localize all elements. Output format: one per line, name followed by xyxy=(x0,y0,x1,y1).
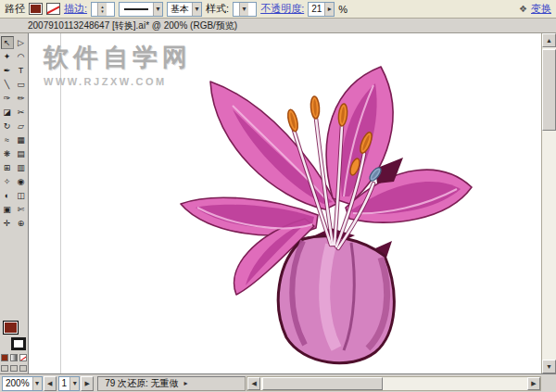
stroke-panel-link[interactable]: 描边: xyxy=(64,2,87,16)
dropdown-icon[interactable]: ▾ xyxy=(32,377,42,390)
brush-definition-value: 基本 xyxy=(171,3,189,16)
resize-grip xyxy=(542,374,556,392)
screen-mode-row xyxy=(0,363,28,373)
dropdown-icon[interactable]: ▾ xyxy=(70,377,79,390)
artboard-combo[interactable]: 1 ▾ xyxy=(58,376,81,391)
gradient-fill-button[interactable] xyxy=(10,354,18,361)
control-bar: 路径 描边: ▴▾ ▾ 基本 ▾ 样式: ▾ 不透明度: 21 ▸ % ❖ 变换 xyxy=(0,0,556,19)
scissors-tool-icon[interactable]: ✂ xyxy=(15,106,28,119)
hand-tool-icon[interactable]: ✛ xyxy=(1,217,14,230)
free-transform-tool-icon[interactable]: ▦ xyxy=(15,133,28,146)
fill-color-swatch[interactable] xyxy=(29,3,43,15)
style-combo[interactable]: ▾ xyxy=(233,2,257,17)
opacity-link[interactable]: 不透明度: xyxy=(260,2,304,16)
normal-screen-mode-button[interactable] xyxy=(1,365,8,372)
pen-tool-icon[interactable]: ✒ xyxy=(1,64,14,77)
full-screen-mode-button[interactable] xyxy=(19,365,27,372)
canvas[interactable]: 软件自学网 WWW.RJZXW.COM xyxy=(29,33,541,373)
status-menu-icon[interactable]: ▸ xyxy=(184,379,188,387)
color-fill-button[interactable] xyxy=(1,354,8,361)
fill-type-row xyxy=(0,352,28,363)
scroll-left-icon[interactable]: ◀ xyxy=(247,377,260,390)
submenu-icon[interactable]: ▸ xyxy=(324,3,334,16)
recolor-artwork-icon[interactable]: ❖ xyxy=(519,4,527,14)
zoom-combo[interactable]: 200% ▾ xyxy=(2,376,43,391)
vertical-scrollbar[interactable]: ▲ ▼ xyxy=(541,33,556,373)
dropdown-icon[interactable]: ▾ xyxy=(239,3,248,16)
stroke-weight-combo[interactable]: ▴▾ xyxy=(91,2,115,17)
status-indicator[interactable]: 79 次还原: 无重做 ▸ xyxy=(97,376,246,391)
dropdown-icon[interactable]: ▾ xyxy=(153,3,162,16)
document-title: 2007910113248647 [转换].ai* @ 200% (RGB/预览… xyxy=(28,19,237,32)
live-paint-selection-tool-icon[interactable]: ◫ xyxy=(15,189,28,202)
toolbox-color-swatches xyxy=(0,319,28,352)
zoom-value: 200% xyxy=(6,378,30,388)
pencil-tool-icon[interactable]: ✏ xyxy=(15,92,28,105)
scroll-right-icon[interactable]: ▶ xyxy=(527,377,540,390)
next-artboard-icon[interactable]: ▶ xyxy=(81,376,94,391)
scroll-down-icon[interactable]: ▼ xyxy=(542,360,556,373)
graph-tool-icon[interactable]: ▤ xyxy=(15,147,28,160)
type-tool-icon[interactable]: T xyxy=(15,64,28,77)
style-label: 样式: xyxy=(206,2,229,16)
width-tool-icon[interactable]: ≈ xyxy=(1,133,14,146)
stroke-profile-combo[interactable]: ▾ xyxy=(119,2,163,17)
dropdown-icon[interactable]: ▾ xyxy=(192,3,201,16)
transform-link[interactable]: 变换 xyxy=(531,2,551,16)
prev-artboard-icon[interactable]: ◀ xyxy=(44,376,57,391)
eraser-tool-icon[interactable]: ◪ xyxy=(1,106,14,119)
toolbox-stroke-swatch[interactable] xyxy=(11,337,26,350)
stroke-color-swatch[interactable] xyxy=(46,3,60,15)
rotate-tool-icon[interactable]: ↻ xyxy=(1,120,14,133)
horizontal-scrollbar[interactable]: ◀ ▶ xyxy=(246,376,541,391)
none-fill-button[interactable] xyxy=(19,354,27,361)
line-tool-icon[interactable]: ╲ xyxy=(1,78,14,91)
rectangle-tool-icon[interactable]: ▭ xyxy=(15,78,28,91)
artboard-number: 1 xyxy=(62,378,68,388)
stroke-profile-preview xyxy=(124,8,148,10)
toolbox-fill-swatch[interactable] xyxy=(3,321,19,335)
path-label: 路径 xyxy=(5,2,25,16)
artboard-tool-icon[interactable]: ▣ xyxy=(1,203,14,216)
workspace: ↖▷✦◠✒T╲▭✑✏◪✂↻▱≈▦❋▤⊞▥✧◉◐◫▣✄✛⊕ 软件自学网 WWW. xyxy=(0,33,556,373)
scroll-up-icon[interactable]: ▲ xyxy=(542,33,556,47)
artboard-edge xyxy=(60,33,61,373)
scale-tool-icon[interactable]: ▱ xyxy=(15,120,28,133)
mesh-tool-icon[interactable]: ⊞ xyxy=(1,161,14,174)
opacity-unit-label: % xyxy=(338,4,348,15)
stroke-weight-spinner[interactable]: ▴▾ xyxy=(97,3,107,16)
undo-status-text: 79 次还原: 无重做 xyxy=(105,377,178,390)
lily-flower-artwork[interactable] xyxy=(166,57,492,373)
opacity-combo[interactable]: 21 ▸ xyxy=(308,2,335,17)
zoom-tool-icon[interactable]: ⊕ xyxy=(15,217,28,230)
opacity-value: 21 xyxy=(311,4,322,14)
horizontal-scroll-thumb[interactable] xyxy=(262,377,383,390)
illustrator-window: 路径 描边: ▴▾ ▾ 基本 ▾ 样式: ▾ 不透明度: 21 ▸ % ❖ 变换 xyxy=(0,0,556,392)
direct-selection-tool-icon[interactable]: ▷ xyxy=(15,36,28,49)
tools-grid: ↖▷✦◠✒T╲▭✑✏◪✂↻▱≈▦❋▤⊞▥✧◉◐◫▣✄✛⊕ xyxy=(0,36,28,230)
lasso-tool-icon[interactable]: ◠ xyxy=(15,50,28,63)
status-bar: 200% ▾ ◀ 1 ▾ ▶ 79 次还原: 无重做 ▸ ◀ ▶ xyxy=(0,373,556,392)
document-tab-bar: 2007910113248647 [转换].ai* @ 200% (RGB/预览… xyxy=(0,19,556,33)
brush-definition-combo[interactable]: 基本 ▾ xyxy=(167,2,202,17)
eyedropper-tool-icon[interactable]: ✧ xyxy=(1,175,14,188)
full-screen-menu-mode-button[interactable] xyxy=(10,365,18,372)
paintbrush-tool-icon[interactable]: ✑ xyxy=(1,92,14,105)
selection-tool-icon[interactable]: ↖ xyxy=(1,36,14,49)
live-paint-bucket-tool-icon[interactable]: ◐ xyxy=(1,189,14,202)
vertical-scroll-track[interactable] xyxy=(542,47,556,360)
blend-tool-icon[interactable]: ◉ xyxy=(15,175,28,188)
toolbox: ↖▷✦◠✒T╲▭✑✏◪✂↻▱≈▦❋▤⊞▥✧◉◐◫▣✄✛⊕ xyxy=(0,33,29,373)
spin-down-icon[interactable]: ▾ xyxy=(101,9,104,14)
symbol-sprayer-tool-icon[interactable]: ❋ xyxy=(1,147,14,160)
horizontal-scroll-track[interactable] xyxy=(260,377,527,390)
gradient-tool-icon[interactable]: ▥ xyxy=(15,161,28,174)
slice-tool-icon[interactable]: ✄ xyxy=(15,203,28,216)
magic-wand-tool-icon[interactable]: ✦ xyxy=(1,50,14,63)
vertical-scroll-thumb[interactable] xyxy=(542,49,556,131)
